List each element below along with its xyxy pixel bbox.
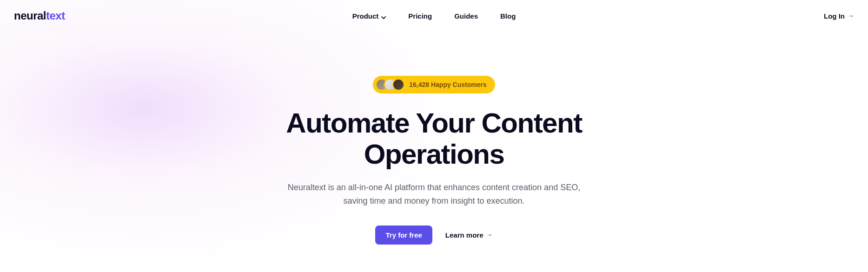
logo-part2: text	[46, 9, 65, 22]
nav-blog-label: Blog	[500, 12, 516, 20]
nav-pricing-label: Pricing	[408, 12, 432, 20]
avatar	[392, 79, 404, 91]
header: neuraltext Product Pricing Guides Blog L…	[0, 0, 868, 32]
customers-badge[interactable]: 16,428 Happy Customers	[373, 76, 495, 93]
nav-guides-label: Guides	[454, 12, 478, 20]
arrow-right-icon: →	[486, 231, 493, 239]
learn-more-label: Learn more	[445, 231, 484, 239]
login-label: Log In	[824, 12, 845, 20]
learn-more-link[interactable]: Learn more →	[445, 231, 493, 239]
cta-row: Try for free Learn more →	[375, 226, 492, 245]
login-link[interactable]: Log In →	[824, 12, 854, 20]
hero-title-line1: Automate Your Content	[286, 107, 582, 139]
main-nav: Product Pricing Guides Blog	[352, 12, 516, 20]
hero-subtitle: Neuraltext is an all-in-one AI platform …	[285, 181, 583, 208]
brand-logo[interactable]: neuraltext	[14, 9, 65, 22]
hero-title-line2: Operations	[364, 139, 504, 170]
nav-pricing[interactable]: Pricing	[408, 12, 432, 20]
logo-part1: neural	[14, 9, 46, 22]
hero-title: Automate Your Content Operations	[286, 107, 582, 170]
arrow-right-icon: →	[848, 12, 854, 20]
hero-section: 16,428 Happy Customers Automate Your Con…	[0, 32, 868, 245]
try-for-free-button[interactable]: Try for free	[375, 226, 432, 245]
nav-product-label: Product	[352, 12, 379, 20]
badge-text: 16,428 Happy Customers	[409, 81, 487, 88]
nav-blog[interactable]: Blog	[500, 12, 516, 20]
chevron-down-icon	[381, 13, 386, 18]
nav-product[interactable]: Product	[352, 12, 386, 20]
avatar-group	[376, 79, 404, 91]
nav-guides[interactable]: Guides	[454, 12, 478, 20]
